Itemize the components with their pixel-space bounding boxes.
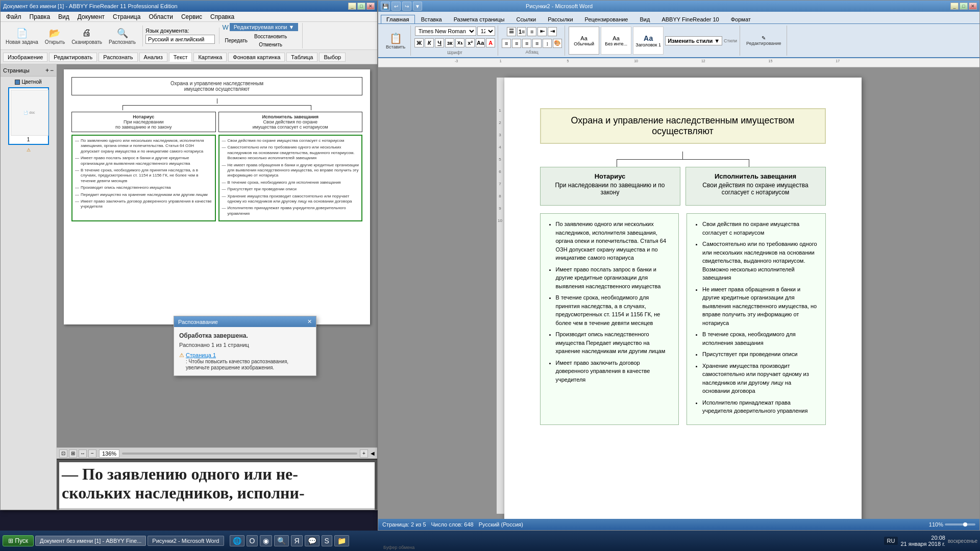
taskbar-skype-icon[interactable]: S: [322, 535, 332, 546]
zoom-width-icon[interactable]: ↔: [79, 449, 87, 458]
recognize-tab[interactable]: Распознать: [99, 53, 137, 62]
send-button[interactable]: Передать: [222, 33, 250, 48]
tab-abbyy[interactable]: ABBYY FineReader 10: [656, 15, 724, 23]
increase-indent-button[interactable]: ⇥: [548, 27, 557, 36]
menu-service[interactable]: Сервис: [177, 12, 206, 21]
tab-insert[interactable]: Вставка: [415, 15, 448, 23]
zoom-plus-icon[interactable]: +: [360, 449, 368, 458]
text-tab[interactable]: Текст: [169, 53, 192, 62]
tab-mailings[interactable]: Рассылки: [542, 15, 578, 23]
word-col2-item-2: Не имеет права обращения в банки и други…: [702, 285, 819, 328]
taskbar-word-item[interactable]: Рисунки2 - Microsoft Word: [148, 536, 224, 546]
minimize-button[interactable]: _: [348, 3, 356, 10]
style-normal[interactable]: Аа Обычный: [569, 27, 599, 55]
copy-type-dropdown[interactable]: Редактируемая копи ▼: [230, 23, 299, 31]
line-spacing-button[interactable]: ↕: [543, 39, 552, 48]
underline-button[interactable]: Ч: [435, 38, 444, 47]
zoom-fit-icon[interactable]: ⊡: [59, 449, 67, 458]
font-size-selector[interactable]: 12: [477, 27, 495, 36]
subscript-button[interactable]: x₁: [455, 38, 464, 47]
paste-button[interactable]: 📋 Вставить: [383, 31, 408, 51]
zoom-slider[interactable]: [122, 453, 357, 455]
font-name-selector[interactable]: Times New Roman: [415, 27, 476, 36]
word-maximize-btn[interactable]: □: [960, 3, 968, 10]
align-right-button[interactable]: ≡: [522, 39, 531, 48]
image-tab[interactable]: Изображение: [3, 53, 47, 62]
menu-document[interactable]: Документ: [74, 12, 109, 21]
qat-redo-btn[interactable]: ↪: [402, 2, 411, 11]
align-left-button[interactable]: ≡: [502, 39, 511, 48]
taskbar-discord-icon[interactable]: 💬: [305, 535, 320, 546]
italic-button[interactable]: К: [425, 38, 434, 47]
tab-page-layout[interactable]: Разметка страницы: [448, 15, 510, 23]
recognize-button[interactable]: 🔍 Распознать: [106, 26, 138, 46]
menu-page[interactable]: Страница: [109, 12, 144, 21]
restore-button[interactable]: Восстановить: [252, 33, 289, 40]
font-color-button[interactable]: А: [486, 38, 495, 47]
zoom-page-icon[interactable]: ⊞: [69, 449, 77, 458]
zoom-value-display[interactable]: 136%: [99, 449, 119, 458]
shading-button[interactable]: 🎨: [553, 39, 562, 48]
menu-file[interactable]: Файл: [2, 12, 26, 21]
word-close-btn[interactable]: ✕: [969, 3, 977, 10]
menu-edit[interactable]: Правка: [26, 12, 55, 21]
tab-review[interactable]: Рецензирование: [579, 15, 634, 23]
popup-page-link[interactable]: Страница 1: [186, 352, 311, 358]
word-minimize-btn[interactable]: _: [950, 3, 959, 10]
table-tab[interactable]: Таблица: [286, 53, 317, 62]
change-case-button[interactable]: Аа: [476, 38, 485, 47]
menu-view[interactable]: Вид: [54, 12, 74, 21]
multilevel-button[interactable]: ≡: [527, 27, 536, 36]
start-button[interactable]: ⊞ Пуск: [3, 535, 34, 546]
justify-button[interactable]: ≡: [532, 39, 542, 48]
select-tab[interactable]: Выбор: [319, 53, 346, 62]
word-doc-area[interactable]: 12345678910 Охрана и управление наследст…: [378, 67, 979, 519]
background-tab[interactable]: Фоновая картинка: [228, 53, 285, 62]
cancel-button[interactable]: Отменить: [252, 41, 289, 48]
style-heading1[interactable]: Аа Заголовок 1: [633, 27, 664, 55]
menu-areas[interactable]: Области: [144, 12, 177, 21]
menu-help[interactable]: Справка: [206, 12, 238, 21]
taskbar-abbyy-item[interactable]: Документ без имени [1] - ABBYY Fine...: [35, 536, 146, 546]
taskbar-search-icon[interactable]: 🔍: [274, 535, 289, 546]
zoom-minus-icon[interactable]: −: [88, 449, 96, 458]
decrease-indent-button[interactable]: ⇤: [537, 27, 547, 36]
page-thumbnail-1[interactable]: 📄 doc 1: [8, 87, 49, 145]
analysis-tab[interactable]: Анализ: [139, 53, 167, 62]
close-button[interactable]: ✕: [366, 3, 375, 10]
taskbar-yandex-icon[interactable]: Я: [291, 535, 302, 546]
edit-tab[interactable]: Редактировать: [49, 53, 97, 62]
abbyy-doc-inner[interactable]: Охрана и управление наследственнымимущес…: [57, 64, 377, 447]
tab-view[interactable]: Вид: [634, 15, 656, 23]
change-styles-button[interactable]: Изменить стили ▼: [665, 36, 722, 45]
bold-button[interactable]: Ж: [414, 38, 424, 47]
taskbar-chrome-icon[interactable]: ◉: [260, 535, 272, 546]
tab-home[interactable]: Главная: [381, 15, 415, 23]
superscript-button[interactable]: x²: [465, 38, 475, 47]
lang-selector[interactable]: Русский и английский: [145, 35, 215, 44]
qat-undo-btn[interactable]: ↩: [391, 2, 401, 11]
open-button[interactable]: 📂 Открыть: [42, 26, 67, 46]
align-center-button[interactable]: ≡: [512, 39, 521, 48]
taskbar-opera-icon[interactable]: O: [247, 535, 258, 546]
strikethrough-button[interactable]: зк: [445, 38, 454, 47]
taskbar-folder-icon[interactable]: 📁: [334, 535, 349, 546]
new-task-button[interactable]: 📄 Новая задача: [3, 26, 41, 46]
zoom-arrow-left[interactable]: ◀: [371, 450, 375, 456]
popup-close-icon[interactable]: ✕: [307, 318, 312, 325]
maximize-button[interactable]: □: [357, 3, 365, 10]
edit-styles-button[interactable]: ✎ Редактирование: [744, 34, 784, 47]
qat-save-btn[interactable]: 💾: [381, 2, 390, 11]
style-no-interval[interactable]: Аа Без инте...: [601, 27, 631, 55]
bullets-button[interactable]: ☰: [507, 27, 516, 36]
tab-format[interactable]: Формат: [725, 15, 756, 23]
word-zoom-slider[interactable]: [945, 523, 975, 525]
taskbar-ie-icon[interactable]: 🌐: [230, 535, 244, 546]
qat-dropdown-btn[interactable]: ▼: [413, 2, 422, 11]
numbering-button[interactable]: 1≡: [517, 27, 526, 36]
pages-remove-icon[interactable]: −: [50, 67, 54, 74]
picture-tab[interactable]: Картинка: [193, 53, 227, 62]
tab-references[interactable]: Ссылки: [510, 15, 542, 23]
scan-button[interactable]: 🖨 Сканировать: [69, 26, 105, 46]
pages-add-icon[interactable]: +: [45, 67, 49, 74]
